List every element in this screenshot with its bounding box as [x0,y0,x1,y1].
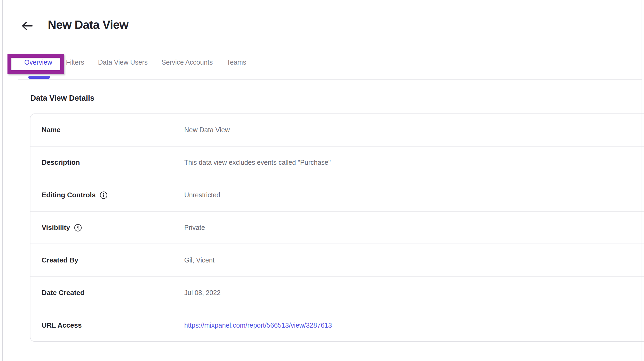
row-label: Description [42,158,184,167]
row-label: Created By [42,256,184,264]
row-value: Unrestricted [184,191,220,199]
row-label: Visibility [42,223,184,232]
row-label: Date Created [42,289,184,297]
detail-row-description: Description This data view excludes even… [30,146,644,179]
back-button[interactable] [21,20,33,32]
tab-data-view-users[interactable]: Data View Users [98,58,148,66]
detail-row-editing-controls: Editing Controls Unrestricted [30,179,644,211]
row-label: Editing Controls [42,191,184,199]
annotation-highlight-box [7,54,64,74]
window-right-edge [642,0,642,361]
tab-filters[interactable]: Filters [66,58,84,66]
detail-row-visibility: Visibility Private [30,211,644,244]
section-heading: Data View Details [30,94,95,103]
row-value: Jul 08, 2022 [184,289,221,297]
row-value: New Data View [184,126,230,134]
detail-row-url-access: URL Access https://mixpanel.com/report/5… [30,309,644,341]
arrow-left-icon [21,20,33,32]
detail-row-created-by: Created By Gil, Vicent [30,244,644,276]
page-title: New Data View [48,18,128,32]
info-circle-icon[interactable] [100,191,108,199]
tab-teams[interactable]: Teams [227,58,246,66]
row-value: https://mixpanel.com/report/566513/view/… [184,321,332,329]
detail-row-date-created: Date Created Jul 08, 2022 [30,276,644,309]
window-left-edge [2,0,3,361]
detail-row-name: Name New Data View [30,114,644,146]
tab-bar-divider [18,79,642,80]
tab-service-accounts[interactable]: Service Accounts [162,58,213,66]
row-value: This data view excludes events called "P… [184,159,331,166]
row-label: URL Access [42,321,184,329]
data-view-details-card: Name New Data View Description This data… [30,113,644,342]
active-tab-indicator [28,76,50,79]
data-view-url-link[interactable]: https://mixpanel.com/report/566513/view/… [184,321,332,329]
row-value: Private [184,224,205,231]
row-value: Gil, Vicent [184,256,214,264]
info-circle-icon[interactable] [74,224,82,232]
row-label: Name [42,126,184,134]
